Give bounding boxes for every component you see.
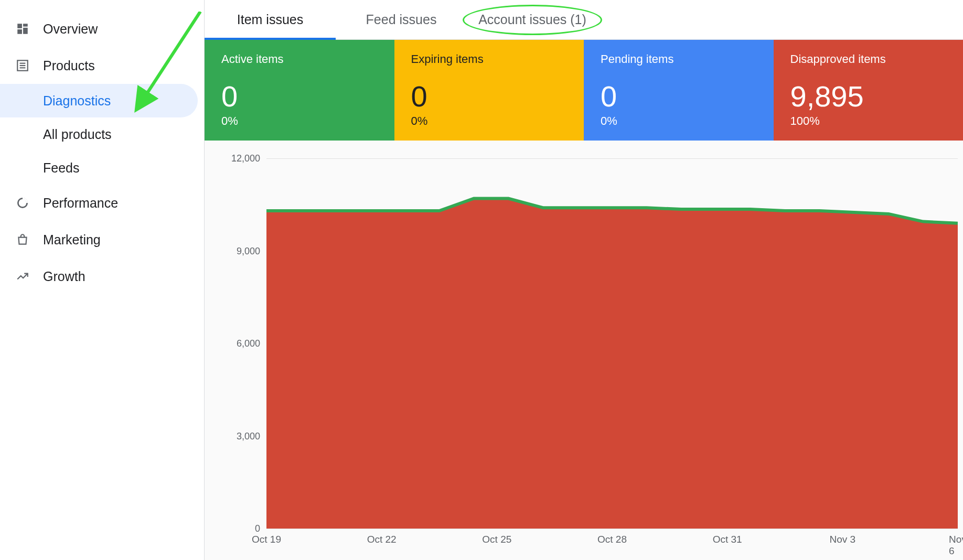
nav-all-products[interactable]: All products [0, 117, 204, 151]
tab-feed-issues[interactable]: Feed issues [336, 0, 467, 39]
x-tick-label: Oct 31 [713, 534, 742, 545]
chart-y-axis: 03,0006,0009,00012,000 [222, 158, 266, 529]
x-tick-label: Oct 25 [482, 534, 511, 545]
x-tick-label: Nov 6 [949, 534, 963, 557]
card-disapproved-items[interactable]: Disapproved items 9,895 100% [774, 40, 964, 141]
tab-account-issues[interactable]: Account issues (1) [467, 0, 598, 39]
dashboard-icon [15, 21, 30, 37]
card-pending-value: 0 [601, 82, 757, 111]
card-disapproved-pct: 100% [790, 114, 947, 128]
nav-marketing[interactable]: Marketing [0, 221, 204, 258]
x-tick-label: Oct 22 [367, 534, 397, 545]
card-active-pct: 0% [221, 114, 378, 128]
donut-icon [15, 195, 30, 211]
card-pending-pct: 0% [601, 114, 757, 128]
x-tick-label: Oct 28 [597, 534, 627, 545]
chart-container: 03,0006,0009,00012,000 Oct 19Oct 22Oct 2… [205, 141, 963, 560]
status-cards: Active items 0 0% Expiring items 0 0% Pe… [205, 40, 963, 141]
y-tick-label: 0 [222, 523, 260, 534]
card-pending-label: Pending items [601, 52, 757, 66]
issues-tabs: Item issues Feed issues Account issues (… [205, 0, 963, 40]
trending-up-icon [15, 268, 30, 284]
y-tick-label: 12,000 [222, 153, 260, 164]
y-tick-label: 6,000 [222, 338, 260, 349]
card-active-value: 0 [221, 82, 378, 111]
nav-growth-label: Growth [43, 269, 85, 284]
sidebar: Overview Products Diagnostics All produc… [0, 0, 205, 560]
card-active-label: Active items [221, 52, 378, 66]
items-over-time-chart: 03,0006,0009,00012,000 Oct 19Oct 22Oct 2… [222, 158, 958, 560]
card-pending-items[interactable]: Pending items 0 0% [584, 40, 774, 141]
nav-growth[interactable]: Growth [0, 258, 204, 295]
nav-performance[interactable]: Performance [0, 185, 204, 221]
card-disapproved-label: Disapproved items [790, 52, 947, 66]
nav-diagnostics-label: Diagnostics [43, 93, 111, 109]
tab-account-issues-label: Account issues (1) [478, 12, 586, 27]
x-tick-label: Nov 3 [830, 534, 856, 545]
tab-item-issues[interactable]: Item issues [205, 0, 336, 39]
list-icon [15, 58, 30, 73]
nav-feeds-label: Feeds [43, 160, 79, 176]
card-expiring-pct: 0% [411, 114, 568, 128]
card-disapproved-value: 9,895 [790, 82, 947, 111]
card-active-items[interactable]: Active items 0 0% [205, 40, 394, 141]
main-content: Item issues Feed issues Account issues (… [205, 0, 963, 560]
card-expiring-value: 0 [411, 82, 568, 111]
x-tick-label: Oct 19 [252, 534, 281, 545]
chart-plot [266, 158, 958, 529]
svg-rect-1 [17, 24, 22, 28]
svg-rect-4 [17, 29, 22, 34]
chart-x-axis: Oct 19Oct 22Oct 25Oct 28Oct 31Nov 3Nov 6 [266, 529, 958, 560]
nav-products-label: Products [43, 58, 95, 73]
nav-all-products-label: All products [43, 127, 112, 142]
tab-feed-issues-label: Feed issues [366, 12, 437, 27]
nav-overview-label: Overview [43, 21, 98, 37]
svg-rect-2 [23, 24, 28, 26]
nav-feeds[interactable]: Feeds [0, 151, 204, 185]
nav-performance-label: Performance [43, 196, 118, 211]
chart-area-disapproved [266, 198, 958, 529]
y-tick-label: 3,000 [222, 430, 260, 441]
shopping-bag-icon [15, 232, 30, 247]
y-tick-label: 9,000 [222, 245, 260, 256]
nav-marketing-label: Marketing [43, 232, 101, 247]
card-expiring-items[interactable]: Expiring items 0 0% [394, 40, 584, 141]
nav-products[interactable]: Products [0, 47, 204, 84]
svg-rect-3 [23, 28, 28, 34]
card-expiring-label: Expiring items [411, 52, 568, 66]
tab-item-issues-label: Item issues [237, 12, 303, 27]
nav-diagnostics[interactable]: Diagnostics [0, 84, 198, 117]
nav-overview[interactable]: Overview [0, 10, 204, 47]
